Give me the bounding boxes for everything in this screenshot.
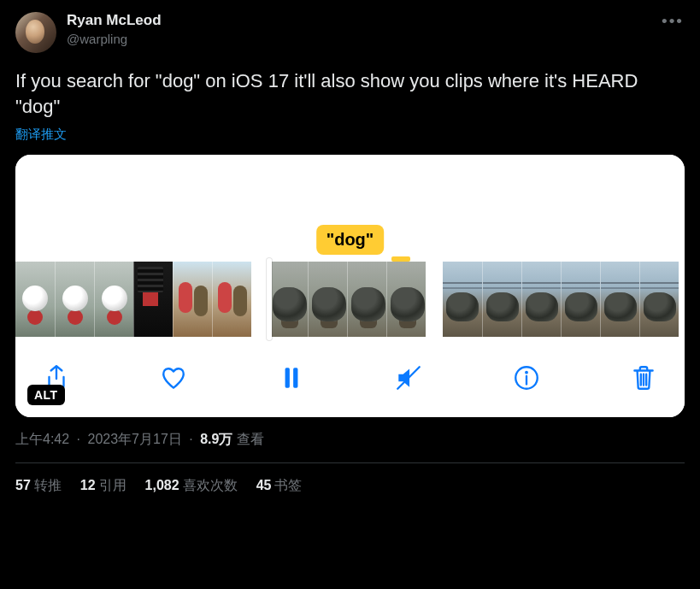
stat-retweets[interactable]: 57转推 [15,477,62,495]
info-icon [512,363,541,392]
tweet-meta: 上午4:42 · 2023年7月17日 · 8.9万 查看 [15,431,685,449]
playhead[interactable] [267,258,272,340]
alt-badge[interactable]: ALT [27,385,65,405]
media-card[interactable]: "dog" [15,155,685,417]
mute-icon [394,363,423,392]
clip-frame [173,262,212,337]
info-button[interactable] [509,361,544,395]
stat-count: 12 [80,478,96,492]
clip-frame [308,262,347,337]
media-toolbar [15,340,685,417]
stat-label: 转推 [34,478,62,492]
tweet-stats: 57转推 12引用 1,082喜欢次数 45书签 [15,463,685,504]
svg-rect-1 [293,368,297,387]
meta-separator: · [77,432,80,446]
clip-frame [443,262,482,337]
clip-frame [521,262,561,337]
avatar[interactable] [15,12,56,53]
trash-icon [629,363,658,392]
author-names[interactable]: Ryan McLeod @warpling [67,12,661,48]
like-button[interactable] [156,361,191,395]
display-name: Ryan McLeod [67,12,661,29]
stat-label: 引用 [99,478,126,492]
stat-quotes[interactable]: 12引用 [80,477,126,495]
stat-bookmarks[interactable]: 45书签 [256,477,303,495]
clip-1[interactable] [15,262,251,337]
clip-frame [212,262,251,337]
more-icon[interactable]: ••• [661,12,685,31]
stat-label: 书签 [274,478,302,492]
media-header-area: "dog" [15,155,685,262]
meta-separator: · [189,432,192,446]
clip-frame [15,262,55,337]
trash-button[interactable] [626,361,661,395]
svg-rect-0 [285,368,289,387]
mute-button[interactable] [391,361,426,395]
pause-button[interactable] [274,361,309,395]
tweet-header: Ryan McLeod @warpling ••• [15,12,685,53]
stat-count: 57 [15,478,31,492]
stat-label: 喜欢次数 [183,478,238,492]
meta-views-count: 8.9万 [200,432,232,446]
stat-count: 45 [256,478,272,492]
meta-views-label: 查看 [237,432,264,446]
translate-link[interactable]: 翻译推文 [15,127,685,143]
clip-frame [482,262,521,337]
clip-2[interactable] [268,262,426,337]
pause-icon [277,363,306,392]
clip-frame [639,262,679,337]
clip-frame [600,262,639,337]
clip-frame [347,262,386,337]
tweet-container: Ryan McLeod @warpling ••• If you search … [0,0,700,509]
stat-count: 1,082 [145,478,179,492]
handle: @warpling [67,31,661,48]
clip-frame [94,262,133,337]
clip-frame [268,262,308,337]
heart-icon [159,363,188,392]
clip-3[interactable] [443,262,679,337]
meta-time[interactable]: 上午4:42 [15,432,69,446]
svg-point-3 [525,371,528,374]
tweet-text: If you search for "dog" on iOS 17 it'll … [15,68,685,120]
stat-likes[interactable]: 1,082喜欢次数 [145,477,238,495]
meta-date[interactable]: 2023年7月17日 [88,432,182,446]
search-tag: "dog" [316,225,385,255]
clip-frame [386,262,426,337]
video-timeline[interactable] [15,262,685,340]
clip-frame [133,262,173,337]
clip-frame [561,262,600,337]
clip-frame [55,262,94,337]
